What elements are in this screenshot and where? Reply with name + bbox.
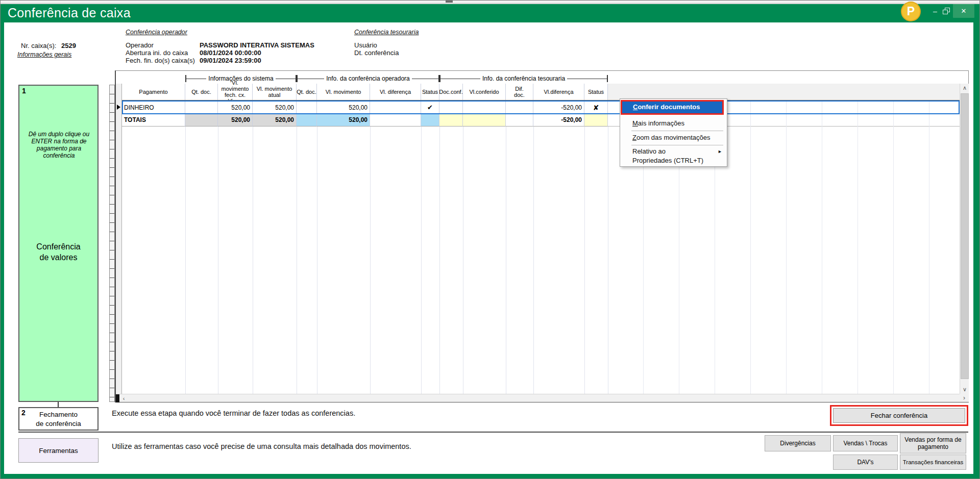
cell-vl-conferido[interactable] (463, 114, 506, 127)
close-button[interactable]: ✕ (953, 4, 974, 18)
step2-description: Execute essa etapa quando você terminar … (112, 409, 355, 417)
informacoes-gerais-link[interactable]: Informações gerais (17, 51, 71, 58)
cell-vl-movimento-atual[interactable]: 520,00 (253, 101, 297, 114)
menu-item-propriedades[interactable]: Propriedades (CTRL+T) (620, 155, 727, 166)
cell-vl-diferenca-operadora[interactable] (370, 101, 421, 114)
step2-title: Fechamento de conferência (19, 410, 97, 428)
transacoes-financeiras-button[interactable]: Transações financeiras (900, 455, 966, 470)
grid-line (317, 127, 317, 394)
cell-qt-doc-operadora[interactable] (297, 101, 317, 114)
cell-status-tesouraria[interactable] (584, 114, 608, 127)
cell-vl-diferenca-tesouraria[interactable]: -520,00 (533, 101, 584, 114)
column-header-status-operadora[interactable]: Status (421, 84, 439, 100)
cell-vl-diferenca-operadora[interactable] (370, 114, 421, 127)
window-title: Conferência de caixa (8, 6, 131, 20)
davs-button[interactable]: DAV's (833, 455, 898, 470)
step-connector-line (58, 402, 59, 407)
scrollbar-handle[interactable] (116, 394, 119, 402)
cell-dif-doc[interactable] (506, 101, 533, 114)
column-header-vl-diferenca-tesouraria[interactable]: Vl.diferença (533, 84, 584, 100)
cell-vl-movimento-fech[interactable]: 520,00 (218, 114, 253, 127)
vendas-trocas-button[interactable]: Vendas \ Trocas (833, 435, 898, 451)
window-border-right (973, 22, 980, 474)
column-header-qt-doc-sistema[interactable]: Qt. doc. (185, 84, 218, 100)
menu-separator (631, 131, 723, 131)
context-menu: Conferir documentos Mais informações Zoo… (620, 98, 727, 167)
grid-line (439, 127, 440, 394)
status-cross-icon[interactable]: ✘ (584, 101, 608, 114)
field-label: Operador (126, 41, 154, 49)
field-label: Dt. conferência (354, 49, 399, 57)
scroll-left-icon[interactable]: ‹ (119, 394, 128, 402)
cell-status-operadora[interactable] (421, 114, 439, 127)
scroll-up-icon[interactable]: ∧ (960, 84, 969, 92)
field-value: PASSWORD INTERATIVA SISTEMAS (200, 41, 314, 49)
section-title-operador: Conferência operador (126, 29, 187, 36)
step1-hint: Dê um duplo clique ou ENTER na forma de … (21, 131, 97, 159)
cell-dif-doc[interactable] (506, 114, 533, 127)
column-header-vl-movimento-atual[interactable]: Vl. movimento atual (253, 84, 297, 100)
column-header-status-tesouraria[interactable]: Status (584, 84, 608, 100)
window-border-left (1, 22, 4, 474)
field-value: 08/01/2024 00:00:00 (200, 49, 261, 57)
menu-item-mais-informacoes[interactable]: Mais informações (620, 118, 727, 129)
column-header-dif-doc[interactable]: Dif. doc. (506, 84, 533, 100)
step1-number: 1 (22, 87, 28, 95)
vertical-scrollbar[interactable]: ∧ ∨ (960, 84, 969, 394)
field-label: Fech. fin. do(s) caixa(s) (126, 57, 195, 64)
window-top-notch (446, 1, 453, 3)
column-header-qt-doc-operadora[interactable]: Qt. doc. (297, 84, 317, 100)
column-group-tesouraria: Info. da conferência tesouraria (439, 74, 608, 83)
grid-line (218, 127, 218, 394)
cell-qt-doc-sistema[interactable] (185, 114, 218, 127)
field-label: Usuário (354, 41, 377, 49)
grid-line (533, 127, 534, 394)
cell-vl-diferenca-tesouraria[interactable]: -520,00 (533, 114, 584, 127)
step1-title: Conferência de valores (19, 241, 97, 263)
ferramentas-title: Ferramentas (39, 447, 78, 455)
column-group-operadora: Info. da conferência operadora (297, 74, 439, 83)
cell-vl-movimento[interactable]: 520,00 (317, 101, 370, 114)
cell-qt-doc-sistema[interactable] (185, 101, 218, 114)
cell-pagamento[interactable]: TOTAIS (122, 114, 185, 127)
column-header-vl-diferenca-operadora[interactable]: Vl. diferença (370, 84, 421, 100)
titlebar: Conferência de caixa (1, 4, 980, 22)
status-check-icon[interactable]: ✔ (421, 101, 439, 114)
vendas-por-forma-button[interactable]: Vendas por forma de pagamento (900, 433, 966, 453)
row-selector-column (116, 84, 122, 394)
column-header-pagamento[interactable]: Pagamento (122, 84, 185, 100)
minimize-button[interactable]: – (929, 6, 941, 17)
scroll-down-icon[interactable]: ∨ (960, 385, 969, 394)
highlight-box-fechar: Fechar conferência (830, 405, 968, 426)
scroll-right-icon[interactable]: › (960, 394, 969, 402)
column-header-vl-movimento-fech[interactable]: Vl. movimento fech. cx. Vixen (218, 84, 253, 100)
step2-panel: 2 Fechamento de conferência (18, 407, 99, 431)
cell-vl-conferido[interactable] (463, 101, 506, 114)
restore-button[interactable] (943, 8, 950, 14)
menu-item-zoom-movimentacoes[interactable]: Zoom das movimentações (620, 132, 727, 143)
vertical-scrollbar-thumb[interactable] (961, 93, 969, 379)
fechar-conferencia-button[interactable]: Fechar conferência (833, 408, 965, 423)
cell-doc-conf[interactable] (439, 114, 463, 127)
section-divider (18, 432, 968, 433)
grid-line (506, 127, 506, 394)
user-avatar[interactable]: P (901, 2, 921, 21)
caixa-value: 2529 (61, 42, 76, 49)
cell-vl-movimento[interactable]: 520,00 (317, 114, 370, 127)
cell-doc-conf[interactable] (439, 101, 463, 114)
section-title-tesouraria: Conferência tesouraria (354, 29, 419, 36)
column-header-doc-conf[interactable]: Doc.conf. (439, 84, 463, 100)
highlight-box-conferir: Conferir documentos (621, 100, 724, 115)
cell-pagamento[interactable]: DINHEIRO (122, 101, 185, 114)
menu-item-conferir-documentos[interactable]: Conferir documentos (622, 102, 722, 113)
column-header-vl-movimento[interactable]: Vl. movimento (317, 84, 370, 100)
cell-qt-doc-operadora[interactable] (297, 114, 317, 127)
caixa-number: Nr. caixa(s): 2529 (21, 42, 76, 49)
horizontal-scrollbar[interactable]: ‹ (116, 394, 960, 402)
splitter-strip[interactable] (109, 85, 115, 402)
divergencias-button[interactable]: Divergências (765, 435, 831, 451)
column-header-vl-conferido[interactable]: Vl.conferido (463, 84, 506, 100)
cell-vl-movimento-atual[interactable]: 520,00 (253, 114, 297, 127)
grid-line (253, 127, 253, 394)
cell-vl-movimento-fech[interactable]: 520,00 (218, 101, 253, 114)
